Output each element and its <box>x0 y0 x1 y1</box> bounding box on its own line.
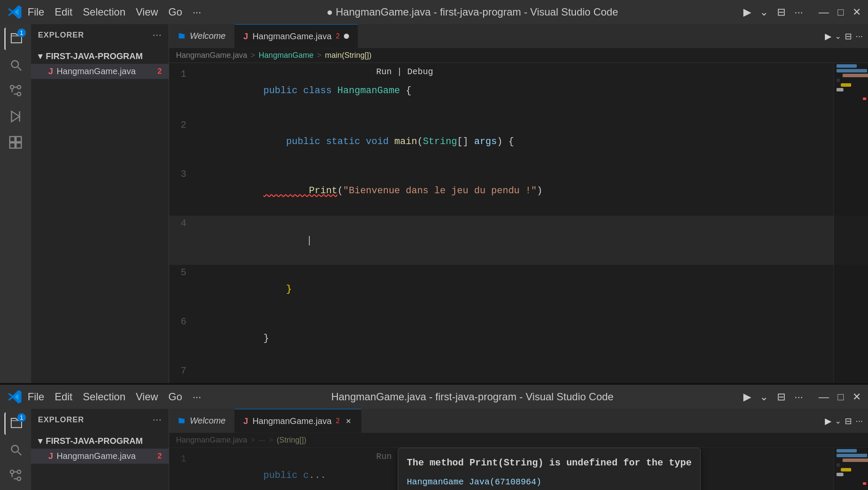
top-folder-item[interactable]: ▾ FIRST-JAVA-PROGRAM <box>31 48 169 64</box>
bottom-folder-item[interactable]: ▾ FIRST-JAVA-PROGRAM <box>31 433 169 449</box>
top-window-title: ● HangmanGame.java - first-java-program … <box>206 6 738 18</box>
line-num-7: 7 <box>169 363 195 380</box>
run-dropdown[interactable]: ⌄ <box>760 6 768 18</box>
svg-rect-8 <box>16 137 21 142</box>
bottom-more-actions[interactable]: ··· <box>794 391 803 403</box>
tab-hangman-bottom[interactable]: J HangmanGame.java 2 ✕ <box>235 409 362 433</box>
bottom-run-button[interactable]: ▶ <box>743 391 751 403</box>
bottom-run-action[interactable]: ▶ <box>825 416 831 426</box>
breadcrumb-sep2: > <box>317 51 322 60</box>
bottom-search-btn[interactable] <box>4 438 27 461</box>
explorer-badge: 1 <box>17 28 26 37</box>
bottom-minimize[interactable]: — <box>819 391 829 403</box>
menu-edit[interactable]: Edit <box>55 6 72 18</box>
bottom-menu-selection[interactable]: Selection <box>83 391 126 403</box>
error-badge: 2 <box>157 67 162 76</box>
maximize-button[interactable]: □ <box>838 6 844 18</box>
tab-welcome-top[interactable]: Welcome <box>169 24 235 48</box>
explorer-header: EXPLORER ··· <box>31 24 169 46</box>
top-sidebar: 1 <box>0 24 31 383</box>
bottom-breadcrumb: HangmanGame.java > ··· > (String[]) <box>169 433 868 448</box>
svg-point-14 <box>17 477 21 481</box>
bottom-bc-file[interactable]: HangmanGame.java <box>176 436 247 445</box>
breadcrumb-class[interactable]: HangmanGame <box>259 51 314 60</box>
bottom-workspace: 1 EXPLORER ··· ▾ FI <box>0 409 868 490</box>
bottom-toggle-panel[interactable]: ⊟ <box>777 391 786 403</box>
more-actions[interactable]: ··· <box>794 6 803 18</box>
menu-selection[interactable]: Selection <box>83 6 126 18</box>
toggle-panel[interactable]: ⊟ <box>777 6 786 18</box>
more-editor-btn[interactable]: ··· <box>855 31 863 41</box>
bottom-menu-edit[interactable]: Edit <box>55 391 72 403</box>
sidebar-scm-button[interactable] <box>4 79 27 102</box>
bottom-scm-btn[interactable] <box>4 464 27 487</box>
bottom-menu-view[interactable]: View <box>136 391 158 403</box>
sidebar-run-button[interactable] <box>4 105 27 128</box>
run-button[interactable]: ▶ <box>743 6 751 18</box>
bottom-code-view[interactable]: Run | Debug 1 public c... 2 publ... <box>169 448 868 490</box>
svg-rect-10 <box>16 143 21 148</box>
close-button[interactable]: ✕ <box>852 6 861 18</box>
bottom-run-dd[interactable]: ⌄ <box>835 416 841 426</box>
vscode-tab-icon-bottom <box>178 417 186 425</box>
run-dropdown-btn[interactable]: ⌄ <box>835 31 841 41</box>
hover-error-popup: The method Print(String) is undefined fo… <box>398 448 701 490</box>
line-num-4: 4 <box>169 216 195 232</box>
breadcrumb-sep1: > <box>251 51 255 60</box>
bottom-maximize[interactable]: □ <box>838 391 844 403</box>
svg-point-15 <box>17 470 21 474</box>
top-tab-bar: Welcome J HangmanGame.java 2 ▶ ⌄ ⊟ ··· <box>169 24 868 48</box>
bottom-bc-selection[interactable]: ··· <box>259 436 265 445</box>
punct-brace-1: { <box>406 85 412 96</box>
menu-file[interactable]: File <box>28 6 44 18</box>
bottom-bc-method[interactable]: (String[]) <box>277 436 306 445</box>
source-control-icon <box>9 84 22 97</box>
svg-point-11 <box>12 446 19 452</box>
top-instance: File Edit Selection View Go ··· ● Hangma… <box>0 0 868 383</box>
top-explorer: EXPLORER ··· ▾ FIRST-JAVA-PROGRAM J Hang… <box>31 24 169 383</box>
line-content-4 <box>195 216 868 265</box>
split-editor-btn[interactable]: ⊟ <box>845 31 852 41</box>
sidebar-extensions-button[interactable] <box>4 131 27 154</box>
bottom-editor-area: Welcome J HangmanGame.java 2 ✕ ▶ ⌄ ⊟ ···… <box>169 409 868 490</box>
bottom-close[interactable]: ✕ <box>852 391 861 403</box>
bottom-split-btn[interactable]: ⊟ <box>845 416 852 426</box>
top-code-view[interactable]: Run | Debug 1 public class HangmanGame {… <box>169 63 868 383</box>
bottom-run-dropdown[interactable]: ⌄ <box>760 391 768 403</box>
sidebar-search-button[interactable] <box>4 53 27 76</box>
java-file-icon-bottom: J <box>48 451 53 461</box>
file-name: HangmanGame.java <box>57 66 135 76</box>
bottom-explorer-more[interactable]: ··· <box>153 414 162 425</box>
bottom-explorer-badge: 1 <box>17 413 26 422</box>
hover-error-subtitle: HangmanGame Java(67108964) <box>407 474 692 490</box>
bottom-file-hangman[interactable]: J HangmanGame.java 2 <box>31 449 169 464</box>
svg-point-2 <box>10 85 14 89</box>
run-debug-hint[interactable]: Run | Debug <box>376 63 433 81</box>
bottom-explorer-section: ▾ FIRST-JAVA-PROGRAM J HangmanGame.java … <box>31 430 169 466</box>
minimize-button[interactable]: — <box>819 6 829 18</box>
tab-welcome-bottom[interactable]: Welcome <box>169 409 235 433</box>
menu-more[interactable]: ··· <box>192 6 201 18</box>
top-file-hangman[interactable]: J HangmanGame.java 2 <box>31 64 169 79</box>
bottom-title-bar: File Edit Selection View Go ··· HangmanG… <box>0 385 868 409</box>
tab-hangman-top[interactable]: J HangmanGame.java 2 <box>235 24 358 48</box>
breadcrumb-method[interactable]: main(String[]) <box>325 51 371 60</box>
unsaved-dot <box>344 34 349 39</box>
tab-hangman-label: HangmanGame.java <box>252 31 331 41</box>
menu-go[interactable]: Go <box>168 6 182 18</box>
tab-welcome-label-bottom: Welcome <box>190 416 226 426</box>
code-line-2: 2 public static void main(String[] args)… <box>169 117 868 166</box>
bottom-menu-go[interactable]: Go <box>168 391 182 403</box>
tab-close-btn[interactable]: ✕ <box>344 417 352 425</box>
breadcrumb-file[interactable]: HangmanGame.java <box>176 51 247 60</box>
bottom-menu-more[interactable]: ··· <box>192 391 201 403</box>
line-content-5: } <box>195 265 868 314</box>
run-action-btn[interactable]: ▶ <box>825 31 831 41</box>
kw-class: class <box>303 85 337 96</box>
bottom-menu-file[interactable]: File <box>28 391 44 403</box>
bottom-more-btn[interactable]: ··· <box>855 416 863 426</box>
menu-view[interactable]: View <box>136 6 158 18</box>
sidebar-explorer-button[interactable]: 1 <box>4 28 27 50</box>
explorer-more[interactable]: ··· <box>153 29 162 41</box>
bottom-explorer-btn[interactable]: 1 <box>4 412 27 435</box>
